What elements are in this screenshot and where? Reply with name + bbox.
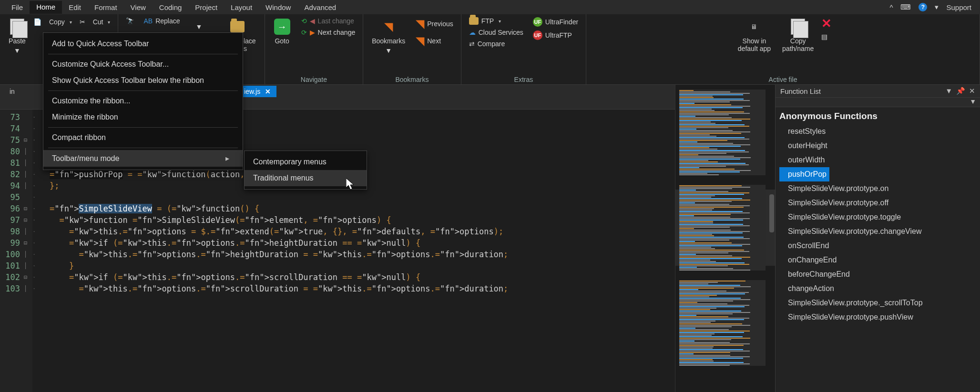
qat-chevron-icon[interactable]: ^ [886, 1, 897, 13]
last-change-label: Last change [318, 17, 354, 25]
function-item[interactable]: outerWidth [779, 153, 976, 167]
menubar: File Home Edit Format View Coding Projec… [0, 0, 980, 14]
file-tab[interactable]: iew.js ✕ [238, 86, 276, 97]
menu-format[interactable]: Format [88, 1, 124, 13]
next-change-button[interactable]: ⟳ ▶ Next change [298, 28, 358, 37]
fold-column[interactable]: ⊟ │ │ │ │ ⊟ ⊟ │ ⊟ │ │ ⊟ │ [24, 110, 32, 392]
menu-layout[interactable]: Layout [224, 1, 259, 13]
dropdown-icon[interactable]: ▾ [931, 1, 942, 13]
support-link[interactable]: Support [942, 1, 975, 13]
next-change-label: Next change [318, 29, 356, 36]
function-item[interactable]: onScrollEnd [779, 239, 976, 253]
copy-button[interactable]: Copy [46, 17, 75, 27]
minimap-scrollbar[interactable] [769, 194, 774, 232]
last-change-button[interactable]: ⟲ ◀ Last change [298, 16, 358, 26]
cloud-icon: ☁ [469, 29, 476, 36]
external-app-icon: 🖥 [745, 18, 763, 35]
ftp-icon [469, 17, 479, 25]
bookmarks-button[interactable]: ◥ Bookmarks ▼ [368, 16, 409, 56]
function-item[interactable]: resetStyles [779, 124, 976, 139]
show-in-default-button[interactable]: 🖥 Show in default app [734, 16, 775, 54]
ctx-toolbar-menu-mode[interactable]: Toolbar/menu mode [43, 150, 243, 167]
compare-label: Compare [478, 40, 505, 48]
panel-menu-icon[interactable]: ▼ [970, 98, 976, 107]
ribbon-group-navigate: → Goto ⟲ ◀ Last change ⟳ ▶ Next change N… [265, 14, 364, 84]
goto-icon: → [274, 18, 291, 35]
menu-edit[interactable]: Edit [62, 1, 88, 13]
cloud-button[interactable]: ☁ Cloud Services [466, 28, 526, 37]
function-item[interactable]: changeAction [779, 281, 976, 296]
function-item[interactable]: pushOrPop [779, 167, 829, 181]
ctx-customize-ribbon[interactable]: Customize the ribbon... [43, 93, 243, 109]
chevron-down-icon: ▼ [385, 47, 392, 54]
function-item[interactable]: SimpleSlideView.prototype.pushView [779, 310, 976, 324]
close-file-button[interactable]: ✕ [821, 16, 832, 31]
function-item[interactable]: SimpleSlideView.prototype.changeView [779, 224, 976, 239]
ultrafinder-button[interactable]: UF UltraFinder [530, 16, 581, 28]
function-list-heading: Anonymous Functions [779, 111, 976, 121]
menu-window[interactable]: Window [259, 1, 297, 13]
menu-home[interactable]: Home [30, 1, 62, 14]
extras-group-label: Extras [466, 75, 581, 83]
show-in-default-label: Show in default app [738, 37, 771, 52]
function-item[interactable]: onChangeEnd [779, 253, 976, 267]
menu-coding[interactable]: Coding [153, 1, 189, 13]
bookmarks-label: Bookmarks [372, 37, 405, 45]
find-button[interactable]: 🔭 [123, 16, 137, 26]
copy-path-button[interactable]: Copy path/name [778, 16, 817, 54]
ftp-label: FTP [481, 17, 494, 25]
function-item[interactable]: outerHeight [779, 139, 976, 153]
ctx-customize-qat[interactable]: Customize Quick Access Toolbar... [43, 56, 243, 72]
ctx-minimize-ribbon[interactable]: Minimize the ribbon [43, 109, 243, 125]
tab-close-button[interactable]: ✕ [265, 88, 271, 95]
ultrafinder-label: UltraFinder [545, 18, 578, 26]
ultraftp-button[interactable]: UF UltraFTP [530, 30, 581, 41]
goto-button[interactable]: → Goto [270, 16, 295, 47]
paste-icon [9, 18, 26, 35]
compare-button[interactable]: ⇄ Compare [466, 39, 526, 49]
menu-file[interactable]: File [5, 1, 30, 13]
panel-dropdown-icon[interactable]: ▼ [945, 87, 952, 95]
ftp-button[interactable]: FTP [466, 16, 526, 26]
ribbon-group-bookmarks: ◥ Bookmarks ▼ ◥ Previous ◥ Next Bookmark… [363, 14, 461, 84]
paste-button[interactable]: Paste ▼ [5, 16, 30, 56]
file-props-button[interactable]: ▤ [821, 33, 832, 40]
ctx-show-qat-below[interactable]: Show Quick Access Toolbar below the ribb… [43, 72, 243, 89]
panel-close-icon[interactable]: ✕ [969, 87, 975, 95]
arrow-back-icon: ⟲ [301, 17, 307, 25]
prev-bookmark-button[interactable]: ◥ Previous [413, 16, 456, 31]
menu-view[interactable]: View [124, 1, 153, 13]
keyboard-icon[interactable]: ⌨ [897, 1, 915, 13]
navigate-group-label: Navigate [270, 75, 358, 83]
function-item[interactable]: SimpleSlideView.prototype.off [779, 196, 976, 210]
bookmark-icon: ◥ [380, 18, 397, 35]
arrow-forward-icon: ⟳ [301, 29, 307, 36]
menu-advanced[interactable]: Advanced [297, 1, 343, 13]
arrow-left-icon: ◀ [310, 17, 315, 25]
ctx-add-qat[interactable]: Add to Quick Access Toolbar [43, 36, 243, 52]
active-file-group-label: Active file [591, 75, 975, 83]
menu-project[interactable]: Project [188, 1, 224, 13]
function-item[interactable]: beforeChangeEnd [779, 267, 976, 281]
next-bookmark-button[interactable]: ◥ Next [413, 33, 456, 49]
function-item[interactable]: SimpleSlideView.prototype.toggle [779, 210, 976, 224]
ctx-compact-ribbon[interactable]: Compact ribbon [43, 130, 243, 146]
panel-pin-icon[interactable]: 📌 [956, 87, 965, 95]
function-item[interactable]: SimpleSlideView.prototype._scrollToTop [779, 296, 976, 310]
cut-button[interactable]: Cut [90, 17, 113, 27]
line-gutter: 73 74 75 80 81 82 94 95 96 97 98 99 100 … [0, 110, 24, 392]
binoculars-icon: 🔭 [126, 17, 134, 25]
function-item[interactable]: SimpleSlideView.prototype.on [779, 181, 976, 196]
copy-path-label: Copy path/name [782, 37, 814, 52]
function-list-panel: Function List ▼ 📌 ✕ ▼ Anonymous Function… [775, 85, 980, 392]
goto-label: Goto [275, 37, 289, 45]
replace-button[interactable]: AB Replace [141, 16, 183, 26]
ctx-contemporary-menus[interactable]: Contemporary menus [245, 154, 367, 170]
tab-prefix: in [0, 88, 29, 95]
minimap[interactable] [675, 85, 775, 392]
next-bookmark-label: Next [427, 37, 441, 45]
help-icon[interactable]: ? [915, 1, 931, 13]
ribbon-group-extras: FTP ☁ Cloud Services ⇄ Compare UF UltraF… [461, 14, 586, 84]
cut-icon: ✂ [80, 18, 85, 26]
replace-icon: AB [143, 17, 153, 25]
